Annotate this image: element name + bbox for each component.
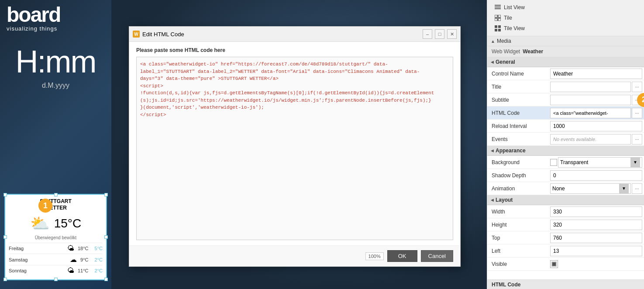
forecast-icon-1: ☁ (70, 255, 77, 264)
handle-tl[interactable] (3, 193, 7, 196)
modal-overlay: W Edit HTML Code – □ ✕ Please paste some… (111, 0, 487, 289)
media-section[interactable]: ▲ Media (487, 36, 644, 46)
handle-mr[interactable] (104, 235, 108, 239)
left-input[interactable] (550, 246, 642, 256)
subtitle-label: Subtitle (487, 95, 548, 105)
background-color-swatch[interactable] (550, 159, 557, 166)
forecast-lo-1: 2°C (95, 257, 103, 262)
shadow-depth-value (548, 169, 644, 182)
width-row: Width (487, 205, 644, 218)
modal-body: Please paste some HTML code here <a clas… (129, 42, 460, 245)
tile-button[interactable]: Tile (492, 13, 640, 23)
modal-instruction: Please paste some HTML code here (136, 47, 453, 53)
background-dropdown-value: Transparent (560, 159, 629, 165)
html-code-textarea[interactable]: <a class="weatherwidget-io" href="https:… (136, 57, 453, 240)
html-code-label: HTML Code (487, 108, 548, 118)
layout-section-header[interactable]: ◀ Layout (487, 195, 644, 205)
reload-interval-value (548, 120, 644, 132)
title-dots-button[interactable]: ··· (632, 82, 642, 92)
tile-view-button[interactable]: Tile View (492, 24, 640, 33)
forecast-day-2: Sonntag (9, 268, 64, 273)
shadow-depth-input[interactable] (550, 170, 642, 181)
view-buttons: List View Tile Tile View (492, 3, 640, 33)
tile-label: Tile (504, 15, 512, 21)
forecast-day-1: Samstag (9, 257, 66, 262)
reload-interval-input[interactable] (550, 121, 642, 131)
zoom-indicator: 100% (365, 252, 384, 260)
handle-tr[interactable] (104, 193, 108, 196)
shadow-depth-row: Shadow Depth (487, 169, 644, 182)
modal-titlebar: W Edit HTML Code – □ ✕ (129, 27, 460, 42)
general-arrow-icon: ◀ (491, 60, 494, 64)
instruction-bold: HTML code (185, 47, 213, 53)
list-view-button[interactable]: List View (492, 3, 640, 12)
subtitle-row: Subtitle ··· 2 (487, 93, 644, 107)
svg-rect-12 (552, 262, 556, 266)
modal-icon: W (133, 31, 140, 38)
background-dropdown[interactable]: Transparent ▼ (558, 157, 642, 168)
visible-checkbox[interactable] (550, 260, 558, 268)
svg-rect-6 (498, 18, 501, 21)
title-input[interactable] (550, 82, 631, 92)
general-section-header[interactable]: ◀ General (487, 57, 644, 67)
weather-widget: STUTTGART WETTER ⛅ 15°C Überwiegend bewö… (4, 194, 107, 280)
animation-dropdown[interactable]: None ▼ (550, 183, 631, 194)
animation-dots-button[interactable]: ··· (632, 183, 642, 194)
left-panel: board visualizing things H:mm d.M.yyyy 1… (0, 0, 111, 289)
top-input[interactable] (550, 233, 642, 243)
appearance-arrow-icon: ◀ (491, 148, 494, 153)
events-label: Events (487, 134, 548, 144)
list-view-label: List View (504, 4, 525, 10)
brand-logo: board visualizing things (0, 0, 67, 36)
weather-main-temp: 15°C (54, 217, 82, 231)
animation-dropdown-arrow[interactable]: ▼ (619, 184, 629, 193)
top-label: Top (487, 233, 548, 243)
media-label: Media (497, 38, 511, 44)
forecast-lo-0: 5°C (95, 246, 103, 251)
layout-section-label: Layout (496, 197, 513, 203)
left-label: Left (487, 246, 548, 256)
forecast-icon-2: 🌤 (67, 267, 74, 275)
html-code-dots-button[interactable]: ··· (632, 108, 642, 118)
logo-text: board (7, 4, 60, 25)
close-button[interactable]: ✕ (447, 29, 457, 39)
forecast-lo-2: 2°C (95, 268, 103, 273)
height-input[interactable] (550, 220, 642, 230)
minimize-button[interactable]: – (423, 29, 432, 39)
width-input[interactable] (550, 206, 642, 217)
cancel-button[interactable]: Cancel (421, 250, 453, 262)
html-code-input[interactable] (550, 108, 631, 118)
ok-button[interactable]: OK (387, 250, 417, 262)
title-row: Title ··· (487, 80, 644, 93)
maximize-button[interactable]: □ (435, 29, 444, 39)
widget-type-label: Web Widget (492, 48, 520, 55)
handle-bl[interactable] (3, 278, 7, 281)
appearance-section-header[interactable]: ◀ Appearance (487, 146, 644, 156)
tile-view-icon (494, 25, 501, 32)
height-row: Height (487, 218, 644, 231)
handle-ml[interactable] (3, 235, 7, 239)
subtitle-input[interactable] (550, 95, 631, 105)
handle-br[interactable] (104, 278, 108, 281)
animation-value: None ▼ ··· (548, 182, 644, 195)
background-dropdown-arrow[interactable]: ▼ (630, 158, 640, 167)
control-name-input[interactable] (550, 69, 642, 79)
svg-rect-8 (498, 25, 501, 28)
tile-icon (494, 14, 501, 21)
media-chevron-icon: ▲ (491, 39, 495, 44)
events-input[interactable] (550, 134, 631, 144)
general-section-label: General (496, 59, 515, 65)
top-value (548, 232, 644, 244)
clock-time: H:mm (0, 44, 111, 79)
events-value: ··· (548, 133, 644, 145)
events-dots-button[interactable]: ··· (632, 134, 642, 144)
svg-rect-4 (498, 15, 501, 17)
tile-view-label: Tile View (504, 25, 525, 31)
reload-interval-row: Reload Interval (487, 120, 644, 133)
forecast-icon-0: 🌤 (67, 244, 74, 252)
clock-display: H:mm d.M.yyyy (0, 44, 111, 89)
handle-tc[interactable] (54, 193, 58, 196)
handle-bc[interactable] (54, 278, 58, 281)
weather-description: Überwiegend bewölkt (9, 235, 103, 240)
forecast-hi-2: 11°C (78, 268, 89, 273)
